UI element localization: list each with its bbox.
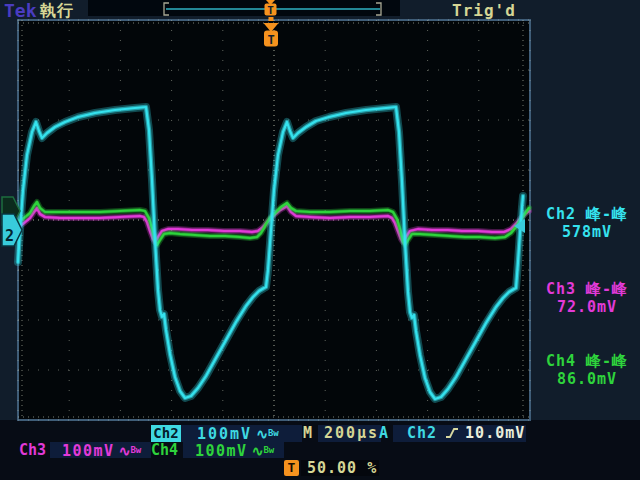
measurement-ch4-pkpk: Ch4 峰-峰 86.0mV: [534, 352, 640, 388]
timebase-readout: 200μs: [318, 425, 381, 442]
ch3-channel-label: Ch3: [19, 442, 46, 458]
channel2-marker-number: 2: [5, 227, 14, 245]
trigger-level-value: 10.0mV: [465, 424, 525, 442]
measurement-ch2-value: 578mV: [534, 223, 640, 241]
tek-logo: Tek: [4, 0, 37, 21]
record-view-track: [88, 0, 400, 16]
ch2-bandwidth-icon: Bw: [268, 428, 279, 438]
trigger-mode-label: A: [379, 425, 390, 442]
record-view-bar: T: [88, 0, 400, 17]
measurement-ch4-value: 86.0mV: [534, 370, 640, 388]
measurement-ch2-pkpk: Ch2 峰-峰 578mV: [534, 205, 640, 241]
measurement-ch4-label: Ch4 峰-峰: [534, 352, 640, 370]
trigger-source: Ch2: [407, 424, 437, 442]
ch3-scale-value: 100mV: [62, 442, 115, 460]
trigger-status: Trig'd: [452, 1, 516, 20]
rising-edge-icon: [445, 426, 459, 443]
timebase-prefix: M: [303, 425, 314, 442]
ch4-scale-readout: 100mV∿Bw: [183, 442, 284, 458]
ch4-scale-value: 100mV: [195, 442, 248, 460]
trigger-readout: Ch210.0mV: [393, 425, 526, 442]
trigger-flag-tick: [269, 17, 274, 21]
ch2-scale-value: 100mV: [197, 425, 252, 443]
ch3-bandwidth-icon: Bw: [130, 445, 141, 455]
ch4-channel-label: Ch4: [151, 442, 178, 458]
ch3-coupling-icon: ∿: [119, 443, 131, 459]
horizontal-position-readout: 50.00 %: [301, 460, 379, 476]
measurement-ch3-value: 72.0mV: [534, 298, 640, 316]
measurement-ch3-pkpk: Ch3 峰-峰 72.0mV: [534, 280, 640, 316]
oscilloscope-screen: T T 2 Tek 執行 Trig'd Ch2 峰-峰 578mV Ch3 峰-…: [0, 0, 640, 480]
ch2-scale-readout: 100mV∿Bw: [181, 425, 302, 442]
ch2-channel-badge: Ch2: [151, 425, 181, 442]
trigger-flag-letter: T: [267, 33, 274, 47]
measurement-ch3-label: Ch3 峰-峰: [534, 280, 640, 298]
ch3-scale-readout: 100mV∿Bw: [50, 442, 151, 458]
measurement-ch2-label: Ch2 峰-峰: [534, 205, 640, 223]
ch4-coupling-icon: ∿: [252, 443, 264, 459]
trigger-position-badge-letter: T: [267, 4, 274, 17]
acquisition-status: 執行: [40, 1, 74, 22]
ch2-coupling-icon: ∿: [256, 426, 268, 442]
horizontal-trigger-badge: T: [284, 460, 299, 476]
ch4-bandwidth-icon: Bw: [263, 445, 274, 455]
